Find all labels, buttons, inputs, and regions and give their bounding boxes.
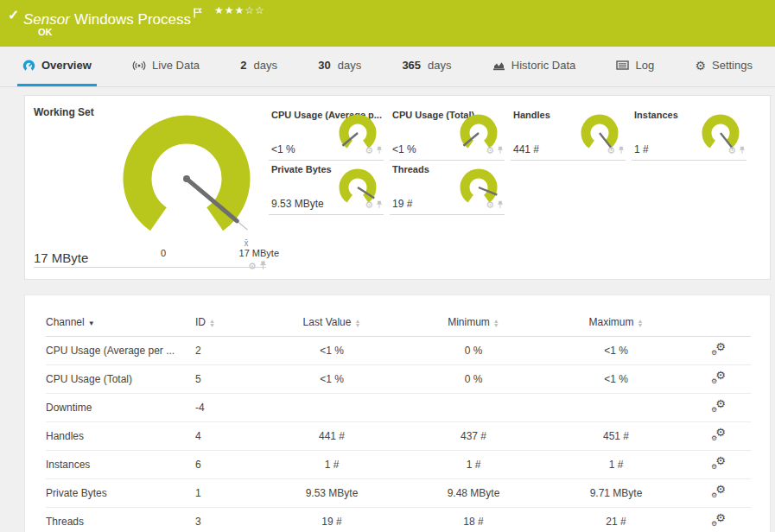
gauge-pin-icon[interactable] xyxy=(259,258,267,274)
minimum: 0 % xyxy=(401,365,546,394)
gauge-cpu-usage-total: CPU Usage (Total) <1 % ⚙ xyxy=(390,107,511,162)
gauge-actions: ⚙ xyxy=(365,197,383,212)
gauge-actions: ⚙ xyxy=(486,197,504,212)
last-value xyxy=(263,394,401,422)
gauge-gear-icon[interactable]: ⚙ xyxy=(727,146,736,155)
column-header-id[interactable]: ID▲▼ xyxy=(195,311,263,337)
tab-settings[interactable]: ⚙ Settings xyxy=(689,47,758,86)
live-data-icon xyxy=(132,60,146,72)
channel-settings-icon[interactable]: ⚙⚙ xyxy=(711,371,726,384)
flag-icon[interactable] xyxy=(194,5,202,22)
gauge-title: Instances xyxy=(634,110,678,120)
gauge-actions: ⚙ xyxy=(248,258,267,274)
table-row: Private Bytes 1 9.53 MByte 9.48 MByte 9.… xyxy=(46,479,751,508)
gauge-gear-icon[interactable]: ⚙ xyxy=(486,200,494,210)
gauge-working-set: Working Set x̄ 0 17 MByte 17 MByte ⚙ xyxy=(25,96,269,279)
tab-label: Settings xyxy=(712,59,753,72)
working-set-gauge: x̄ xyxy=(96,108,277,255)
last-value: 441 # xyxy=(263,422,401,451)
tab-2-days[interactable]: 2 days xyxy=(235,47,283,86)
channel-settings-icon[interactable]: ⚙⚙ xyxy=(711,514,726,527)
small-gauges-grid: CPU Usage (Average p... <1 % ⚙ CPU Usage… xyxy=(269,107,753,216)
gauge-actions: ⚙ xyxy=(365,142,383,158)
tab-label: days xyxy=(338,59,361,72)
gauge-pin-icon[interactable] xyxy=(497,197,504,212)
channel-settings-icon[interactable]: ⚙⚙ xyxy=(711,485,726,498)
gauge-cpu-usage-average: CPU Usage (Average p... <1 % ⚙ xyxy=(269,107,390,162)
channel-name: CPU Usage (Total) xyxy=(46,365,195,394)
minimum: 18 # xyxy=(401,508,546,532)
gauge-title: Private Bytes xyxy=(271,164,332,174)
sort-icon: ▲▼ xyxy=(354,319,360,327)
gauge-title: Working Set xyxy=(34,106,94,118)
gauge-threads: Threads 19 # ⚙ xyxy=(390,162,511,216)
divider xyxy=(632,160,746,161)
last-value: 19 # xyxy=(263,508,401,532)
gauge-pin-icon[interactable] xyxy=(618,142,625,158)
column-header-settings xyxy=(686,311,751,337)
gauge-pin-icon[interactable] xyxy=(497,142,504,158)
tab-overview[interactable]: Overview xyxy=(17,47,97,86)
column-header-channel[interactable]: Channel▼ xyxy=(46,311,195,337)
star-icon[interactable]: ☆ xyxy=(255,4,265,16)
star-icon[interactable]: ☆ xyxy=(245,4,255,16)
column-header-last-value[interactable]: Last Value▲▼ xyxy=(263,311,401,337)
gauge-actions: ⚙ xyxy=(727,142,746,158)
gauge-value: <1 % xyxy=(271,143,295,155)
maximum: 21 # xyxy=(546,508,686,532)
status-badge: OK xyxy=(38,27,53,37)
tab-label: Live Data xyxy=(152,59,200,72)
gauge-gear-icon[interactable]: ⚙ xyxy=(365,200,373,210)
minimum: 9.48 MByte xyxy=(401,479,546,508)
gauge-gear-icon[interactable]: ⚙ xyxy=(607,146,615,155)
channel-name: Downtime xyxy=(46,394,195,422)
table-header-row: Channel▼ ID▲▼ Last Value▲▼ Minimum▲▼ Max… xyxy=(46,311,751,337)
channel-settings-icon[interactable]: ⚙⚙ xyxy=(711,457,726,470)
minimum xyxy=(401,394,546,422)
gauge-actions: ⚙ xyxy=(486,142,504,158)
gauge-actions: ⚙ xyxy=(607,142,625,158)
column-header-minimum[interactable]: Minimum▲▼ xyxy=(401,311,546,337)
gauge-gear-icon[interactable]: ⚙ xyxy=(248,262,257,271)
sensor-title: SensorWindows Process xyxy=(23,5,202,28)
star-icon[interactable]: ★ xyxy=(225,4,235,16)
gauge-value: <1 % xyxy=(392,143,416,155)
tab-365-days[interactable]: 365 days xyxy=(397,47,456,86)
channel-settings-icon[interactable]: ⚙⚙ xyxy=(711,400,726,413)
star-rating: ★★★☆☆ xyxy=(214,4,265,16)
gauge-value: 9.53 MByte xyxy=(271,198,324,210)
star-icon[interactable]: ★ xyxy=(235,4,245,16)
gauge-pin-icon[interactable] xyxy=(376,142,383,158)
divider xyxy=(34,267,266,268)
channel-id: 5 xyxy=(195,365,263,394)
gauge-gear-icon[interactable]: ⚙ xyxy=(486,146,494,155)
channel-settings-icon[interactable]: ⚙⚙ xyxy=(711,428,726,441)
gauge-value: 19 # xyxy=(392,198,412,210)
tab-log[interactable]: Log xyxy=(611,47,659,86)
gauge-title: Threads xyxy=(392,164,429,174)
tab-30-days[interactable]: 30 days xyxy=(313,47,366,86)
tab-label: days xyxy=(428,59,451,72)
channel-settings-icon[interactable]: ⚙⚙ xyxy=(711,343,726,356)
gauge-pin-icon[interactable] xyxy=(376,197,383,212)
gauge-instances: Instances 1 # ⚙ xyxy=(632,107,753,162)
column-header-maximum[interactable]: Maximum▲▼ xyxy=(546,311,686,337)
tab-number: 30 xyxy=(318,59,330,72)
prtg-sensor-page: { "colors": { "header_green": "#b9c61c",… xyxy=(0,0,775,532)
divider xyxy=(390,214,505,215)
status-check-icon: ✓ xyxy=(8,7,19,23)
table-row: Instances 6 1 # 1 # 1 # ⚙⚙ xyxy=(46,451,751,479)
maximum xyxy=(546,394,686,422)
gauges-panel: Working Set x̄ 0 17 MByte 17 MByte ⚙ CPU… xyxy=(24,95,771,280)
tab-historic-data[interactable]: Historic Data xyxy=(487,47,581,86)
star-icon[interactable]: ★ xyxy=(214,4,225,16)
maximum: <1 % xyxy=(546,365,686,394)
minimum: 437 # xyxy=(401,422,546,451)
gauge-scale-min: 0 xyxy=(153,248,174,258)
last-value: <1 % xyxy=(263,365,401,394)
tab-number: 2 xyxy=(240,59,246,72)
gauge-pin-icon[interactable] xyxy=(739,142,746,158)
tab-live-data[interactable]: Live Data xyxy=(127,47,205,86)
gauge-gear-icon[interactable]: ⚙ xyxy=(365,146,373,155)
gauge-private-bytes: Private Bytes 9.53 MByte ⚙ xyxy=(269,162,390,216)
